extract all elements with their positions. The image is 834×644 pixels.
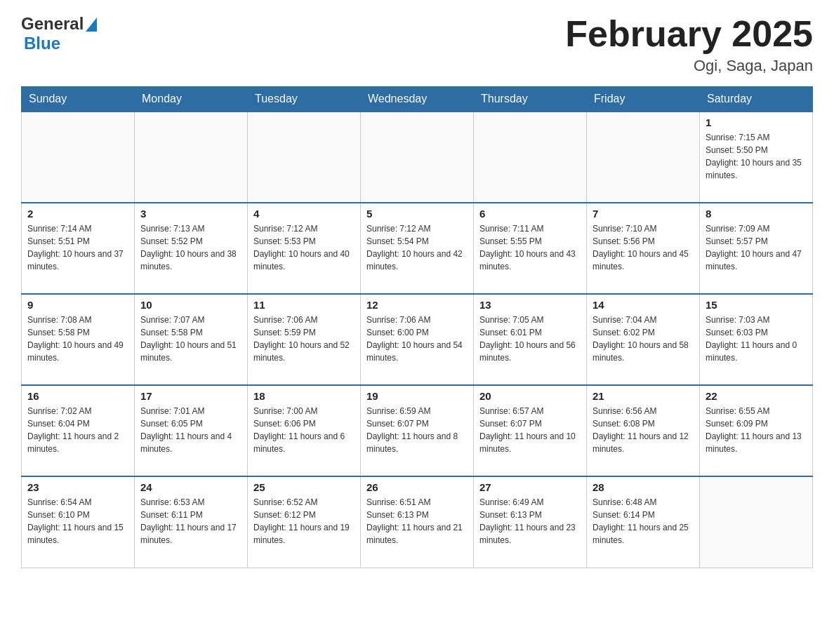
day-number: 12 bbox=[366, 299, 468, 311]
calendar-day-cell: 21Sunrise: 6:56 AMSunset: 6:08 PMDayligh… bbox=[587, 385, 700, 476]
day-number: 13 bbox=[479, 299, 581, 311]
day-info: Sunrise: 6:55 AMSunset: 6:09 PMDaylight:… bbox=[706, 405, 807, 455]
calendar-day-cell: 6Sunrise: 7:11 AMSunset: 5:55 PMDaylight… bbox=[474, 203, 587, 294]
calendar-day-cell: 2Sunrise: 7:14 AMSunset: 5:51 PMDaylight… bbox=[22, 203, 135, 294]
day-of-week-header: Wednesday bbox=[361, 87, 474, 112]
day-number: 26 bbox=[366, 481, 468, 493]
calendar-day-cell: 5Sunrise: 7:12 AMSunset: 5:54 PMDaylight… bbox=[361, 203, 474, 294]
day-info: Sunrise: 6:56 AMSunset: 6:08 PMDaylight:… bbox=[593, 405, 694, 455]
day-info: Sunrise: 6:48 AMSunset: 6:14 PMDaylight:… bbox=[593, 496, 694, 546]
day-number: 28 bbox=[593, 481, 694, 493]
day-info: Sunrise: 6:57 AMSunset: 6:07 PMDaylight:… bbox=[479, 405, 581, 455]
calendar-day-cell: 24Sunrise: 6:53 AMSunset: 6:11 PMDayligh… bbox=[135, 476, 248, 568]
day-number: 15 bbox=[706, 299, 807, 311]
day-number: 4 bbox=[253, 208, 355, 220]
calendar-day-cell: 13Sunrise: 7:05 AMSunset: 6:01 PMDayligh… bbox=[474, 294, 587, 385]
day-info: Sunrise: 6:51 AMSunset: 6:13 PMDaylight:… bbox=[366, 496, 468, 546]
day-number: 16 bbox=[27, 390, 128, 402]
calendar-day-cell: 17Sunrise: 7:01 AMSunset: 6:05 PMDayligh… bbox=[135, 385, 248, 476]
calendar-day-cell: 25Sunrise: 6:52 AMSunset: 6:12 PMDayligh… bbox=[248, 476, 361, 568]
logo-general-text: General bbox=[21, 14, 84, 34]
days-header-row: SundayMondayTuesdayWednesdayThursdayFrid… bbox=[22, 87, 813, 112]
calendar-week-row: 23Sunrise: 6:54 AMSunset: 6:10 PMDayligh… bbox=[22, 476, 813, 568]
day-info: Sunrise: 7:00 AMSunset: 6:06 PMDaylight:… bbox=[253, 405, 355, 455]
day-info: Sunrise: 7:12 AMSunset: 5:54 PMDaylight:… bbox=[366, 222, 468, 273]
logo-triangle-icon bbox=[86, 18, 97, 32]
day-of-week-header: Monday bbox=[135, 87, 248, 112]
calendar-day-cell: 22Sunrise: 6:55 AMSunset: 6:09 PMDayligh… bbox=[700, 385, 813, 476]
day-number: 1 bbox=[706, 116, 807, 128]
day-number: 22 bbox=[706, 390, 807, 402]
day-info: Sunrise: 7:03 AMSunset: 6:03 PMDaylight:… bbox=[706, 314, 807, 364]
svg-marker-0 bbox=[86, 18, 97, 32]
day-info: Sunrise: 7:09 AMSunset: 5:57 PMDaylight:… bbox=[706, 222, 807, 273]
calendar-day-cell: 9Sunrise: 7:08 AMSunset: 5:58 PMDaylight… bbox=[22, 294, 135, 385]
day-info: Sunrise: 7:14 AMSunset: 5:51 PMDaylight:… bbox=[27, 222, 128, 273]
calendar-day-cell bbox=[474, 112, 587, 203]
day-info: Sunrise: 6:59 AMSunset: 6:07 PMDaylight:… bbox=[366, 405, 468, 455]
calendar-day-cell: 3Sunrise: 7:13 AMSunset: 5:52 PMDaylight… bbox=[135, 203, 248, 294]
calendar-day-cell bbox=[22, 112, 135, 203]
day-number: 3 bbox=[140, 208, 241, 220]
calendar-day-cell bbox=[135, 112, 248, 203]
day-number: 17 bbox=[140, 390, 241, 402]
day-number: 18 bbox=[253, 390, 355, 402]
day-of-week-header: Friday bbox=[587, 87, 700, 112]
calendar-day-cell bbox=[700, 476, 813, 568]
day-number: 8 bbox=[706, 208, 807, 220]
day-number: 5 bbox=[366, 208, 468, 220]
day-number: 21 bbox=[593, 390, 694, 402]
logo-blue-text: Blue bbox=[24, 34, 60, 53]
calendar-title: February 2025 bbox=[565, 14, 813, 54]
calendar-week-row: 16Sunrise: 7:02 AMSunset: 6:04 PMDayligh… bbox=[22, 385, 813, 476]
logo: General Blue bbox=[21, 14, 97, 53]
day-info: Sunrise: 7:08 AMSunset: 5:58 PMDaylight:… bbox=[27, 314, 128, 364]
day-number: 9 bbox=[27, 299, 128, 311]
calendar-day-cell: 27Sunrise: 6:49 AMSunset: 6:13 PMDayligh… bbox=[474, 476, 587, 568]
day-info: Sunrise: 6:52 AMSunset: 6:12 PMDaylight:… bbox=[253, 496, 355, 546]
day-info: Sunrise: 7:05 AMSunset: 6:01 PMDaylight:… bbox=[479, 314, 581, 364]
day-info: Sunrise: 6:53 AMSunset: 6:11 PMDaylight:… bbox=[140, 496, 241, 546]
day-info: Sunrise: 7:06 AMSunset: 5:59 PMDaylight:… bbox=[253, 314, 355, 364]
calendar-subtitle: Ogi, Saga, Japan bbox=[565, 57, 813, 75]
calendar-day-cell: 18Sunrise: 7:00 AMSunset: 6:06 PMDayligh… bbox=[248, 385, 361, 476]
day-info: Sunrise: 6:54 AMSunset: 6:10 PMDaylight:… bbox=[27, 496, 128, 546]
calendar-day-cell: 14Sunrise: 7:04 AMSunset: 6:02 PMDayligh… bbox=[587, 294, 700, 385]
page-header: General Blue February 2025 Ogi, Saga, Ja… bbox=[21, 14, 813, 75]
calendar-day-cell: 4Sunrise: 7:12 AMSunset: 5:53 PMDaylight… bbox=[248, 203, 361, 294]
calendar-day-cell: 15Sunrise: 7:03 AMSunset: 6:03 PMDayligh… bbox=[700, 294, 813, 385]
day-info: Sunrise: 7:02 AMSunset: 6:04 PMDaylight:… bbox=[27, 405, 128, 455]
day-of-week-header: Sunday bbox=[22, 87, 135, 112]
day-number: 27 bbox=[479, 481, 581, 493]
calendar-day-cell: 1Sunrise: 7:15 AMSunset: 5:50 PMDaylight… bbox=[700, 112, 813, 203]
day-number: 14 bbox=[593, 299, 694, 311]
calendar-day-cell bbox=[248, 112, 361, 203]
day-number: 25 bbox=[253, 481, 355, 493]
calendar-day-cell: 11Sunrise: 7:06 AMSunset: 5:59 PMDayligh… bbox=[248, 294, 361, 385]
calendar-week-row: 2Sunrise: 7:14 AMSunset: 5:51 PMDaylight… bbox=[22, 203, 813, 294]
calendar-table: SundayMondayTuesdayWednesdayThursdayFrid… bbox=[21, 86, 813, 568]
calendar-day-cell: 7Sunrise: 7:10 AMSunset: 5:56 PMDaylight… bbox=[587, 203, 700, 294]
day-of-week-header: Tuesday bbox=[248, 87, 361, 112]
calendar-day-cell bbox=[361, 112, 474, 203]
day-info: Sunrise: 6:49 AMSunset: 6:13 PMDaylight:… bbox=[479, 496, 581, 546]
title-block: February 2025 Ogi, Saga, Japan bbox=[565, 14, 813, 75]
calendar-day-cell: 28Sunrise: 6:48 AMSunset: 6:14 PMDayligh… bbox=[587, 476, 700, 568]
day-info: Sunrise: 7:06 AMSunset: 6:00 PMDaylight:… bbox=[366, 314, 468, 364]
calendar-day-cell: 8Sunrise: 7:09 AMSunset: 5:57 PMDaylight… bbox=[700, 203, 813, 294]
calendar-day-cell: 20Sunrise: 6:57 AMSunset: 6:07 PMDayligh… bbox=[474, 385, 587, 476]
day-info: Sunrise: 7:04 AMSunset: 6:02 PMDaylight:… bbox=[593, 314, 694, 364]
calendar-week-row: 9Sunrise: 7:08 AMSunset: 5:58 PMDaylight… bbox=[22, 294, 813, 385]
day-number: 19 bbox=[366, 390, 468, 402]
day-info: Sunrise: 7:07 AMSunset: 5:58 PMDaylight:… bbox=[140, 314, 241, 364]
day-number: 10 bbox=[140, 299, 241, 311]
day-number: 24 bbox=[140, 481, 241, 493]
calendar-day-cell: 19Sunrise: 6:59 AMSunset: 6:07 PMDayligh… bbox=[361, 385, 474, 476]
day-number: 23 bbox=[27, 481, 128, 493]
day-info: Sunrise: 7:12 AMSunset: 5:53 PMDaylight:… bbox=[253, 222, 355, 273]
calendar-day-cell bbox=[587, 112, 700, 203]
day-of-week-header: Thursday bbox=[474, 87, 587, 112]
day-info: Sunrise: 7:15 AMSunset: 5:50 PMDaylight:… bbox=[706, 131, 807, 182]
day-number: 11 bbox=[253, 299, 355, 311]
calendar-day-cell: 10Sunrise: 7:07 AMSunset: 5:58 PMDayligh… bbox=[135, 294, 248, 385]
